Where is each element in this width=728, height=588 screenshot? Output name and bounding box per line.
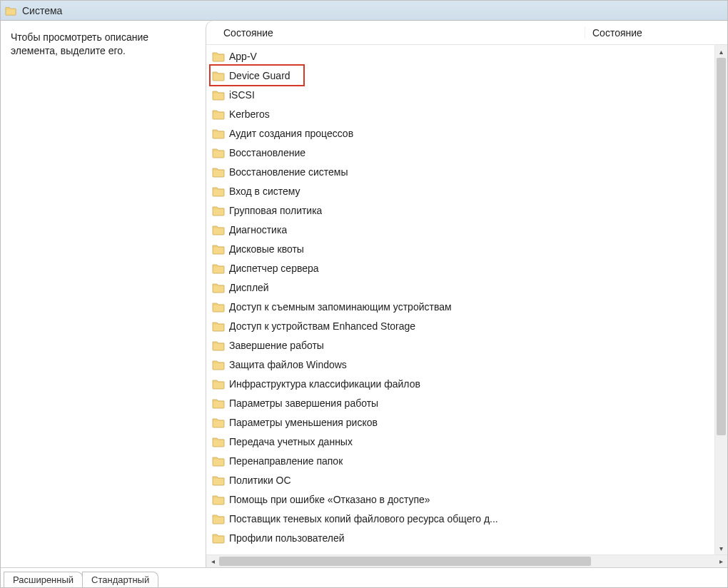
list-item-label: Восстановление системы <box>229 166 348 178</box>
scroll-right-button[interactable]: ▸ <box>714 555 727 567</box>
folder-icon <box>212 224 225 235</box>
list-item[interactable]: Поставщик теневых копий файлового ресурс… <box>211 509 714 528</box>
list-item-label: Инфраструктура классификации файлов <box>229 378 420 390</box>
window-title: Система <box>22 5 62 16</box>
horizontal-scroll-track[interactable] <box>219 555 714 567</box>
list-item[interactable]: Вход в систему <box>211 181 714 201</box>
view-tabs: Расширенный Стандартный <box>1 567 727 587</box>
list-item[interactable]: Доступ к съемным запоминающим устройства… <box>211 297 714 316</box>
scroll-left-button[interactable]: ◂ <box>206 555 219 567</box>
list-item[interactable]: Политики ОС <box>211 470 714 490</box>
folder-icon <box>212 51 225 62</box>
tab-standard[interactable]: Стандартный <box>82 572 158 587</box>
list-item[interactable]: Помощь при ошибке «Отказано в доступе» <box>211 490 714 509</box>
list-item[interactable]: Диагностика <box>211 220 714 239</box>
folder-icon <box>212 532 225 544</box>
list-item-label: Восстановление <box>229 147 305 158</box>
list-item[interactable]: App-V <box>211 46 714 66</box>
list-item[interactable]: Device Guard <box>211 66 303 85</box>
list-item-label: iSCSI <box>229 89 255 101</box>
list-item[interactable]: Диспетчер сервера <box>211 258 714 278</box>
scroll-down-button[interactable]: ▾ <box>715 542 727 554</box>
list-item-label: Политики ОС <box>229 475 291 486</box>
folder-icon <box>5 5 16 16</box>
list-item-label: Диагностика <box>229 224 287 235</box>
list-item[interactable]: Защита файлов Windows <box>211 355 714 374</box>
vertical-scroll-thumb[interactable] <box>717 58 726 435</box>
list-item[interactable]: Инфраструктура классификации файлов <box>211 374 714 393</box>
folder-icon <box>212 147 225 158</box>
list-item[interactable]: Профили пользователей <box>211 528 714 547</box>
folder-icon <box>212 108 225 120</box>
folder-icon <box>212 166 225 178</box>
folder-icon <box>212 513 225 524</box>
scroll-up-button[interactable]: ▴ <box>715 45 727 58</box>
mmc-window: Система Чтобы просмотреть описание элеме… <box>0 0 728 588</box>
folder-icon <box>212 263 225 274</box>
list-item[interactable]: Kerberos <box>211 104 714 123</box>
list-item[interactable]: iSCSI <box>211 85 714 104</box>
list-item-label: Перенаправление папок <box>229 455 343 467</box>
column-header-state-1[interactable]: Состояние <box>206 27 585 39</box>
list-item-label: Поставщик теневых копий файлового ресурс… <box>229 513 498 524</box>
folder-icon <box>212 186 225 197</box>
folder-icon <box>212 243 225 255</box>
list-item-label: Групповая политика <box>229 205 322 216</box>
list-item[interactable]: Групповая политика <box>211 201 714 220</box>
folder-icon <box>212 340 225 351</box>
folder-icon <box>212 417 225 428</box>
list-item-label: Доступ к съемным запоминающим устройства… <box>229 301 452 313</box>
list-item-label: Доступ к устройствам Enhanced Storage <box>229 320 415 332</box>
folder-icon <box>212 205 225 216</box>
list-item[interactable]: Перенаправление папок <box>211 451 714 470</box>
column-header-state-2[interactable]: Состояние <box>585 27 727 39</box>
list-item[interactable]: Восстановление <box>211 143 714 162</box>
folder-icon <box>212 378 225 390</box>
list-item-label: Параметры уменьшения рисков <box>229 417 378 428</box>
list-item-label: Вход в систему <box>229 186 300 197</box>
list-item-label: Дисковые квоты <box>229 243 304 255</box>
horizontal-scrollbar[interactable]: ◂ ▸ <box>206 554 727 567</box>
folder-icon <box>212 282 225 293</box>
horizontal-scroll-thumb[interactable] <box>219 557 591 566</box>
titlebar: Система <box>1 1 727 21</box>
list-item-label: Kerberos <box>229 108 270 120</box>
list-item-label: App-V <box>229 51 257 62</box>
description-pane: Чтобы просмотреть описание элемента, выд… <box>1 21 206 567</box>
folder-icon <box>212 359 225 370</box>
list-item[interactable]: Параметры завершения работы <box>211 393 714 412</box>
list-item[interactable]: Передача учетных данных <box>211 432 714 451</box>
list-item-label: Device Guard <box>229 70 290 81</box>
list-item[interactable]: Параметры уменьшения рисков <box>211 412 714 432</box>
folder-icon <box>212 397 225 409</box>
folder-icon <box>212 475 225 486</box>
list-item-label: Диспетчер сервера <box>229 263 319 274</box>
list-item[interactable]: Дисплей <box>211 278 714 297</box>
list-item-label: Аудит создания процессов <box>229 128 353 139</box>
list-item-label: Защита файлов Windows <box>229 359 347 370</box>
list-item[interactable]: Восстановление системы <box>211 162 714 181</box>
folder-icon <box>212 301 225 313</box>
vertical-scrollbar[interactable]: ▴ ▾ <box>714 45 727 554</box>
list-item[interactable]: Завершение работы <box>211 335 714 355</box>
folder-icon <box>212 128 225 139</box>
list-item-label: Завершение работы <box>229 340 324 351</box>
list-item-label: Передача учетных данных <box>229 436 353 447</box>
list-item[interactable]: Доступ к устройствам Enhanced Storage <box>211 316 714 335</box>
folder-icon <box>212 89 225 101</box>
vertical-scroll-track[interactable] <box>715 58 727 542</box>
folder-list[interactable]: App-V Device Guard iSCSI Kerberos Аудит … <box>206 45 714 554</box>
folder-icon <box>212 436 225 447</box>
content-body: Чтобы просмотреть описание элемента, выд… <box>1 21 727 567</box>
description-hint: Чтобы просмотреть описание элемента, выд… <box>11 31 196 58</box>
tab-extended[interactable]: Расширенный <box>4 572 83 587</box>
list-item[interactable]: Аудит создания процессов <box>211 123 714 143</box>
list-item-label: Помощь при ошибке «Отказано в доступе» <box>229 494 430 505</box>
list-item-label: Параметры завершения работы <box>229 397 378 409</box>
list-item-label: Профили пользователей <box>229 532 345 544</box>
columns-header: Состояние Состояние <box>206 21 727 45</box>
list-item-label: Дисплей <box>229 282 269 293</box>
folder-icon <box>212 70 225 81</box>
list-pane: Состояние Состояние App-V Device Guard i… <box>206 21 727 567</box>
list-item[interactable]: Дисковые квоты <box>211 239 714 258</box>
